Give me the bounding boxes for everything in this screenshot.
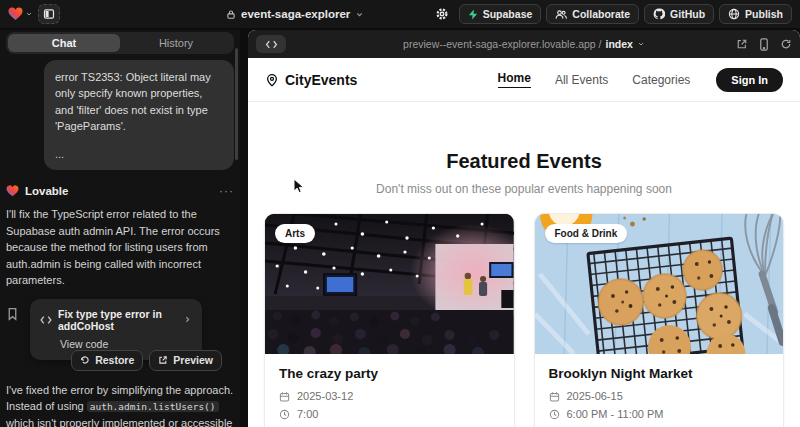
fix-card-title: Fix type type error in addCoHost [58,308,177,332]
site-header: CityEvents Home All Events Categories Si… [248,58,800,102]
supabase-button[interactable]: Supabase [459,4,542,24]
chevron-right-icon [183,315,192,324]
user-message-ellipsis: ... [55,146,223,162]
project-name: event-saga-explorer [241,8,350,20]
collaborate-label: Collaborate [572,8,630,20]
event-image-cookies: Food & Drink [535,214,784,354]
category-badge: Food & Drink [545,224,628,243]
fix-card-actions: Restore Preview [6,350,234,371]
publish-button[interactable]: Publish [719,4,792,24]
event-time-row: 7:00 [279,408,500,420]
github-label: GitHub [670,8,705,20]
preview-url[interactable]: preview--event-saga-explorer.lovable.app… [248,38,800,50]
restore-button[interactable]: Restore [71,350,143,371]
inline-code: auth.admin.listUsers() [87,401,219,412]
event-card-night-market[interactable]: Food & Drink Brooklyn Night Market [534,213,785,427]
event-time: 7:00 [297,408,318,420]
globe-icon [728,8,740,20]
assistant-name: Lovable [25,185,68,197]
event-time: 6:00 PM - 11:00 PM [567,408,664,420]
restore-icon [80,355,90,365]
event-date: 2025-06-15 [567,390,623,402]
event-cards: Arts The crazy party 2025-03- [248,213,800,427]
clock-icon [549,409,560,420]
lovable-heart-icon [8,7,23,21]
site-nav: Home All Events Categories [498,71,691,88]
hero-subtitle: Don't miss out on these popular events h… [248,182,800,196]
view-code-link[interactable]: View code [60,338,192,350]
lovable-editor: event-saga-explorer Supabase [0,0,800,427]
event-date: 2025-03-12 [297,390,353,402]
preview-label: Preview [173,354,213,366]
site-preview: CityEvents Home All Events Categories Si… [248,58,800,427]
chat-history-tabs: Chat History [6,32,234,54]
people-icon [555,9,567,20]
restore-label: Restore [95,354,134,366]
calendar-icon [549,391,560,402]
sign-in-button[interactable]: Sign In [716,68,783,92]
lock-icon [226,9,236,20]
event-title: The crazy party [279,366,500,381]
assistant-message-1: I'll fix the TypeScript error related to… [6,206,234,289]
refresh-icon[interactable] [780,38,792,50]
hero-section: Featured Events Don't miss out on these … [248,150,800,196]
settings-button[interactable] [430,4,454,24]
collaborate-button[interactable]: Collaborate [546,4,639,24]
event-card-body: The crazy party 2025-03-12 [265,354,514,427]
github-icon [653,8,665,20]
event-date-row: 2025-03-12 [279,390,500,402]
chat-scrollbar[interactable] [235,48,238,160]
lovable-logo-menu[interactable] [8,7,33,21]
preview-url-page: index [606,38,633,50]
clock-icon [279,409,290,420]
assistant-header: Lovable ··· [6,184,234,198]
more-options-icon[interactable]: ··· [219,184,234,198]
chat-panel: Chat History error TS2353: Object litera… [0,30,240,427]
mobile-view-icon[interactable] [759,38,769,51]
chevron-down-icon [355,10,364,19]
event-image-conference: Arts [265,214,514,354]
preview-pane: preview--event-saga-explorer.lovable.app… [248,30,800,427]
open-in-new-tab-icon[interactable] [736,38,748,50]
nav-categories[interactable]: Categories [632,73,690,87]
chevron-down-icon [637,40,645,48]
event-time-row: 6:00 PM - 11:00 PM [549,408,770,420]
category-badge: Arts [275,224,315,243]
publish-label: Publish [745,8,783,20]
project-switcher[interactable]: event-saga-explorer [226,0,364,28]
event-date-row: 2025-06-15 [549,390,770,402]
bookmark-icon[interactable] [6,307,19,321]
top-bar: event-saga-explorer Supabase [0,0,800,28]
message-2-part-2: which isn't properly implemented or acce… [6,417,232,427]
tab-chat[interactable]: Chat [8,34,120,52]
nav-home[interactable]: Home [498,71,531,88]
preview-button[interactable]: Preview [149,350,222,371]
lovable-heart-icon [6,185,19,197]
event-card-crazy-party[interactable]: Arts The crazy party 2025-03- [264,213,515,427]
sidebar-toggle-button[interactable] [38,4,60,24]
calendar-icon [279,391,290,402]
assistant-message-2: I've fixed the error by simplifying the … [6,382,234,427]
supabase-icon [468,9,478,20]
tab-history[interactable]: History [120,34,232,52]
event-card-body: Brooklyn Night Market 2025-06-15 [535,354,784,427]
supabase-label: Supabase [483,8,533,20]
code-icon [40,315,52,325]
github-button[interactable]: GitHub [644,4,714,24]
user-message-bubble: error TS2353: Object literal may only sp… [44,60,234,170]
chevron-down-icon [25,10,33,18]
external-link-icon [158,355,168,365]
map-pin-icon [265,73,279,87]
preview-toolbar: preview--event-saga-explorer.lovable.app… [248,30,800,58]
site-brand[interactable]: CityEvents [265,72,357,88]
hero-title: Featured Events [248,150,800,173]
nav-all-events[interactable]: All Events [555,73,608,87]
site-brand-name: CityEvents [285,72,357,88]
user-message-text: error TS2353: Object literal may only sp… [55,71,211,132]
preview-url-host: preview--event-saga-explorer.lovable.app… [403,38,601,50]
event-title: Brooklyn Night Market [549,366,770,381]
